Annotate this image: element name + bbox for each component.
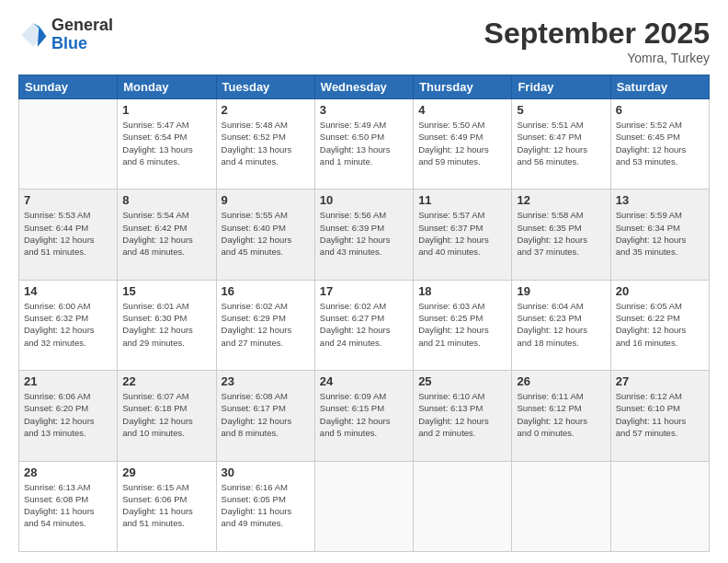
calendar-cell: 21Sunrise: 6:06 AM Sunset: 6:20 PM Dayli…	[19, 371, 118, 461]
day-info: Sunrise: 5:53 AM Sunset: 6:44 PM Dayligh…	[24, 209, 112, 258]
day-info: Sunrise: 6:13 AM Sunset: 6:08 PM Dayligh…	[24, 481, 112, 530]
calendar-cell: 23Sunrise: 6:08 AM Sunset: 6:17 PM Dayli…	[216, 371, 314, 461]
day-info: Sunrise: 6:05 AM Sunset: 6:22 PM Dayligh…	[616, 300, 704, 349]
col-header-friday: Friday	[512, 75, 610, 99]
day-number: 27	[616, 374, 704, 388]
page: General Blue September 2025 Yomra, Turke…	[0, 0, 728, 563]
calendar-cell: 3Sunrise: 5:49 AM Sunset: 6:50 PM Daylig…	[314, 99, 413, 190]
calendar-week-4: 21Sunrise: 6:06 AM Sunset: 6:20 PM Dayli…	[19, 371, 710, 461]
day-number: 26	[517, 374, 605, 388]
day-info: Sunrise: 5:59 AM Sunset: 6:34 PM Dayligh…	[616, 209, 704, 258]
location: Yomra, Turkey	[484, 51, 710, 65]
day-info: Sunrise: 5:50 AM Sunset: 6:49 PM Dayligh…	[418, 119, 506, 167]
calendar-cell: 17Sunrise: 6:02 AM Sunset: 6:27 PM Dayli…	[314, 280, 413, 370]
calendar-cell: 27Sunrise: 6:12 AM Sunset: 6:10 PM Dayli…	[610, 371, 709, 461]
day-info: Sunrise: 5:55 AM Sunset: 6:40 PM Dayligh…	[222, 209, 310, 258]
day-info: Sunrise: 6:06 AM Sunset: 6:20 PM Dayligh…	[24, 390, 112, 439]
calendar-cell: 26Sunrise: 6:11 AM Sunset: 6:12 PM Dayli…	[512, 371, 610, 461]
calendar-week-3: 14Sunrise: 6:00 AM Sunset: 6:32 PM Dayli…	[19, 280, 710, 370]
day-number: 8	[122, 193, 210, 207]
day-info: Sunrise: 5:49 AM Sunset: 6:50 PM Dayligh…	[320, 119, 408, 167]
day-number: 20	[616, 284, 704, 298]
day-info: Sunrise: 6:04 AM Sunset: 6:23 PM Dayligh…	[517, 300, 605, 349]
calendar-cell: 30Sunrise: 6:16 AM Sunset: 6:05 PM Dayli…	[216, 461, 314, 551]
calendar-cell: 29Sunrise: 6:15 AM Sunset: 6:06 PM Dayli…	[118, 461, 216, 551]
day-info: Sunrise: 5:51 AM Sunset: 6:47 PM Dayligh…	[517, 119, 605, 167]
day-info: Sunrise: 6:03 AM Sunset: 6:25 PM Dayligh…	[418, 300, 506, 349]
calendar-cell	[314, 461, 413, 551]
day-info: Sunrise: 6:02 AM Sunset: 6:29 PM Dayligh…	[222, 300, 310, 349]
day-info: Sunrise: 6:02 AM Sunset: 6:27 PM Dayligh…	[320, 300, 408, 349]
day-number: 9	[222, 193, 310, 207]
day-info: Sunrise: 5:57 AM Sunset: 6:37 PM Dayligh…	[418, 209, 506, 258]
day-number: 4	[418, 103, 506, 117]
calendar-table: SundayMondayTuesdayWednesdayThursdayFrid…	[18, 75, 710, 552]
calendar-cell: 19Sunrise: 6:04 AM Sunset: 6:23 PM Dayli…	[512, 280, 610, 370]
day-number: 13	[616, 193, 704, 207]
day-number: 25	[418, 374, 506, 388]
calendar-cell: 12Sunrise: 5:58 AM Sunset: 6:35 PM Dayli…	[512, 190, 610, 280]
calendar-cell	[414, 461, 512, 551]
day-info: Sunrise: 5:52 AM Sunset: 6:45 PM Dayligh…	[616, 119, 704, 167]
calendar-cell: 22Sunrise: 6:07 AM Sunset: 6:18 PM Dayli…	[118, 371, 216, 461]
day-number: 7	[24, 193, 112, 207]
day-info: Sunrise: 5:48 AM Sunset: 6:52 PM Dayligh…	[222, 119, 310, 167]
calendar-cell: 20Sunrise: 6:05 AM Sunset: 6:22 PM Dayli…	[610, 280, 709, 370]
calendar-week-5: 28Sunrise: 6:13 AM Sunset: 6:08 PM Dayli…	[19, 461, 710, 551]
day-info: Sunrise: 5:47 AM Sunset: 6:54 PM Dayligh…	[122, 119, 210, 167]
day-number: 30	[222, 465, 310, 479]
day-number: 16	[222, 284, 310, 298]
day-number: 18	[418, 284, 506, 298]
logo-text: General Blue	[51, 17, 113, 53]
day-info: Sunrise: 6:07 AM Sunset: 6:18 PM Dayligh…	[122, 390, 210, 439]
calendar-cell	[610, 461, 709, 551]
day-info: Sunrise: 5:54 AM Sunset: 6:42 PM Dayligh…	[122, 209, 210, 258]
day-info: Sunrise: 5:56 AM Sunset: 6:39 PM Dayligh…	[320, 209, 408, 258]
calendar-cell	[19, 99, 118, 190]
calendar-cell: 11Sunrise: 5:57 AM Sunset: 6:37 PM Dayli…	[414, 190, 512, 280]
calendar-cell	[512, 461, 610, 551]
col-header-saturday: Saturday	[610, 75, 709, 99]
calendar-cell: 2Sunrise: 5:48 AM Sunset: 6:52 PM Daylig…	[216, 99, 314, 190]
col-header-sunday: Sunday	[19, 75, 118, 99]
day-number: 12	[517, 193, 605, 207]
calendar-week-2: 7Sunrise: 5:53 AM Sunset: 6:44 PM Daylig…	[19, 190, 710, 280]
day-number: 22	[122, 374, 210, 388]
day-info: Sunrise: 6:01 AM Sunset: 6:30 PM Dayligh…	[122, 300, 210, 349]
calendar-cell: 16Sunrise: 6:02 AM Sunset: 6:29 PM Dayli…	[216, 280, 314, 370]
calendar-cell: 13Sunrise: 5:59 AM Sunset: 6:34 PM Dayli…	[610, 190, 709, 280]
day-number: 24	[320, 374, 408, 388]
col-header-wednesday: Wednesday	[314, 75, 413, 99]
day-number: 6	[616, 103, 704, 117]
day-number: 29	[122, 465, 210, 479]
col-header-tuesday: Tuesday	[216, 75, 314, 99]
svg-marker-1	[38, 26, 47, 46]
col-header-thursday: Thursday	[414, 75, 512, 99]
calendar-week-1: 1Sunrise: 5:47 AM Sunset: 6:54 PM Daylig…	[19, 99, 710, 190]
day-info: Sunrise: 6:12 AM Sunset: 6:10 PM Dayligh…	[616, 390, 704, 439]
day-info: Sunrise: 6:15 AM Sunset: 6:06 PM Dayligh…	[122, 481, 210, 530]
calendar-cell: 7Sunrise: 5:53 AM Sunset: 6:44 PM Daylig…	[19, 190, 118, 280]
day-number: 17	[320, 284, 408, 298]
day-info: Sunrise: 6:00 AM Sunset: 6:32 PM Dayligh…	[24, 300, 112, 349]
day-number: 19	[517, 284, 605, 298]
day-number: 28	[24, 465, 112, 479]
day-info: Sunrise: 6:11 AM Sunset: 6:12 PM Dayligh…	[517, 390, 605, 439]
day-number: 14	[24, 284, 112, 298]
calendar-cell: 8Sunrise: 5:54 AM Sunset: 6:42 PM Daylig…	[118, 190, 216, 280]
day-number: 3	[320, 103, 408, 117]
month-title: September 2025	[484, 17, 710, 51]
logo-icon	[18, 20, 48, 50]
day-number: 21	[24, 374, 112, 388]
day-info: Sunrise: 5:58 AM Sunset: 6:35 PM Dayligh…	[517, 209, 605, 258]
day-number: 2	[222, 103, 310, 117]
calendar-cell: 10Sunrise: 5:56 AM Sunset: 6:39 PM Dayli…	[314, 190, 413, 280]
calendar-cell: 24Sunrise: 6:09 AM Sunset: 6:15 PM Dayli…	[314, 371, 413, 461]
calendar-cell: 14Sunrise: 6:00 AM Sunset: 6:32 PM Dayli…	[19, 280, 118, 370]
day-info: Sunrise: 6:16 AM Sunset: 6:05 PM Dayligh…	[222, 481, 310, 530]
day-number: 5	[517, 103, 605, 117]
calendar-cell: 18Sunrise: 6:03 AM Sunset: 6:25 PM Dayli…	[414, 280, 512, 370]
calendar-cell: 5Sunrise: 5:51 AM Sunset: 6:47 PM Daylig…	[512, 99, 610, 190]
title-area: September 2025 Yomra, Turkey	[484, 17, 710, 65]
day-number: 15	[122, 284, 210, 298]
